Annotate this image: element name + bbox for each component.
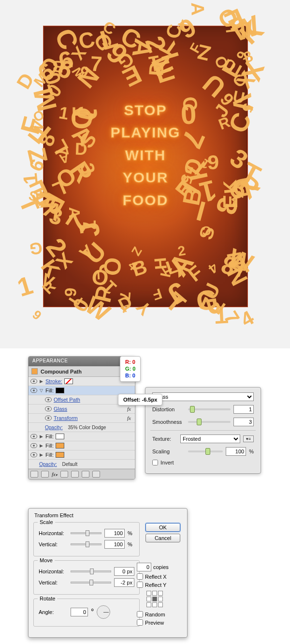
disclosure-icon[interactable]: ▶ [39,443,44,448]
move-h-slider[interactable] [71,570,111,572]
scale-v-label: Vertical: [39,541,68,547]
scale-h-input[interactable] [104,529,125,538]
fill-row-orange-1[interactable]: ▶ Fill: [29,441,135,450]
transform-effect-dialog[interactable]: Transform Effect Scale Horizontal: % Ver… [28,508,188,638]
panel-title: APPEARANCE [32,358,68,363]
move-v-input[interactable] [114,578,134,587]
opacity-label[interactable]: Opacity: [39,462,57,467]
reference-point-grid[interactable] [146,591,163,607]
glass-preset-select[interactable]: Glass [152,392,254,401]
scaling-input[interactable] [226,447,246,456]
opacity-value: 35% Color Dodge [68,425,106,430]
trash-icon[interactable] [92,471,100,478]
scaling-label: Scaling [152,449,185,454]
opacity-label[interactable]: Opacity: [45,425,63,430]
move-legend: Move [38,557,55,563]
fill-swatch-white[interactable] [56,434,64,439]
angle-input[interactable] [71,608,88,616]
rotate-legend: Rotate [38,596,57,601]
smoothness-input[interactable] [233,418,254,426]
clear-appearance-icon[interactable] [60,471,68,478]
fill-opacity-row[interactable]: Opacity: 35% Color Dodge [29,423,135,432]
fill-row-white[interactable]: ▶ Fill: [29,432,135,441]
object-opacity-row[interactable]: Opacity: Default [29,460,135,469]
fx-icon: fx [127,406,133,412]
disclosure-icon[interactable]: ▶ [39,434,44,439]
copies-input[interactable] [137,563,151,571]
transform-link[interactable]: Transform [54,415,78,421]
smoothness-label: Smoothness [152,419,185,425]
rotate-group: Rotate Angle: ° [33,599,140,627]
percent-unit: % [128,541,134,547]
ok-button[interactable]: OK [145,523,180,532]
disclosure-icon[interactable]: ▶ [39,379,44,384]
smoothness-slider[interactable] [188,421,231,423]
offset-value: Offset: -6.5px [123,397,157,403]
scale-h-slider[interactable] [71,532,102,534]
disclosure-icon[interactable]: ▶ [39,452,44,457]
dialog-title: Transform Effect [33,511,182,522]
artboard[interactable]: 8B0EL1R1XCR1ALDSFFUTSGNQKUF32ULHN21LMR91… [44,26,247,307]
distortion-input[interactable] [233,405,254,414]
rgb-b: B: 0 [125,373,135,379]
move-h-label: Horizontal: [39,569,68,574]
invert-label: Invert [160,460,174,465]
invert-row[interactable]: Invert [152,460,254,465]
reflect-x-checkbox[interactable] [137,573,143,580]
fill-swatch-black[interactable] [56,388,64,393]
effect-transform[interactable]: Transform fx [29,414,135,423]
fill-swatch-orange[interactable] [56,443,64,449]
random-label: Random [145,612,165,617]
duplicate-icon[interactable] [71,471,79,478]
new-art-icon[interactable] [30,471,38,478]
texture-row: Texture: Frosted ▾≡ [152,434,254,443]
texture-flyout-icon[interactable]: ▾≡ [243,435,254,442]
distortion-row: Distortion [152,405,254,414]
reflect-y-label: Reflect Y [145,582,166,588]
cancel-button[interactable]: Cancel [145,534,180,542]
stroke-row[interactable]: ▶ Stroke: [29,377,135,386]
appearance-target-row[interactable]: Compound Path [29,366,135,377]
visibility-toggle[interactable] [30,387,37,394]
move-h-input[interactable] [114,567,134,576]
stroke-label[interactable]: Stroke: [45,378,62,384]
visibility-toggle[interactable] [30,378,37,385]
glass-link[interactable]: Glass [54,406,67,412]
panels-area: APPEARANCE Compound Path ▶ Stroke: ▽ Fil… [0,348,290,644]
reflect-y-checkbox[interactable] [137,582,143,588]
appearance-panel-header[interactable]: APPEARANCE [29,357,135,366]
rgb-tooltip: R: 0 G: 0 B: 0 [120,356,141,382]
fill-swatch-orange[interactable] [56,452,64,458]
texture-select[interactable]: Frosted [180,434,240,443]
fill-row-orange-2[interactable]: ▶ Fill: [29,450,135,460]
stroke-swatch[interactable] [64,378,73,384]
visibility-toggle[interactable] [45,396,52,403]
preview-checkbox[interactable] [137,619,143,626]
angle-unit: ° [91,608,94,616]
move-v-slider[interactable] [71,582,111,584]
invert-checkbox[interactable] [152,460,158,465]
rgb-r: R: 0 [125,359,135,366]
text-line: FOOD [111,190,181,211]
scale-v-input[interactable] [104,540,125,549]
visibility-toggle[interactable] [30,451,37,458]
appearance-footer: fx▾ [29,469,135,479]
appearance-panel[interactable]: APPEARANCE Compound Path ▶ Stroke: ▽ Fil… [28,356,135,479]
disclosure-icon[interactable]: ▽ [39,388,44,393]
scaling-slider[interactable] [188,450,223,452]
smoothness-row: Smoothness [152,418,254,426]
visibility-toggle[interactable] [45,405,52,412]
scale-v-slider[interactable] [71,543,102,545]
distortion-slider[interactable] [188,408,231,410]
angle-dial[interactable] [97,605,110,619]
stroke-fill-icon[interactable] [41,471,49,478]
visibility-toggle[interactable] [30,442,37,449]
main-text[interactable]: STOP PLAYING WITH YOUR FOOD [111,98,181,212]
visibility-toggle[interactable] [30,433,37,440]
document-canvas[interactable]: 8B0EL1R1XCR1ALDSFFUTSGNQKUF32ULHN21LMR91… [0,0,290,348]
offset-path-link[interactable]: Offset Path [54,397,80,403]
random-checkbox[interactable] [137,611,143,617]
effect-glass[interactable]: Glass fx [29,404,135,414]
visibility-toggle[interactable] [45,415,52,421]
new-fill-icon[interactable] [82,471,89,478]
